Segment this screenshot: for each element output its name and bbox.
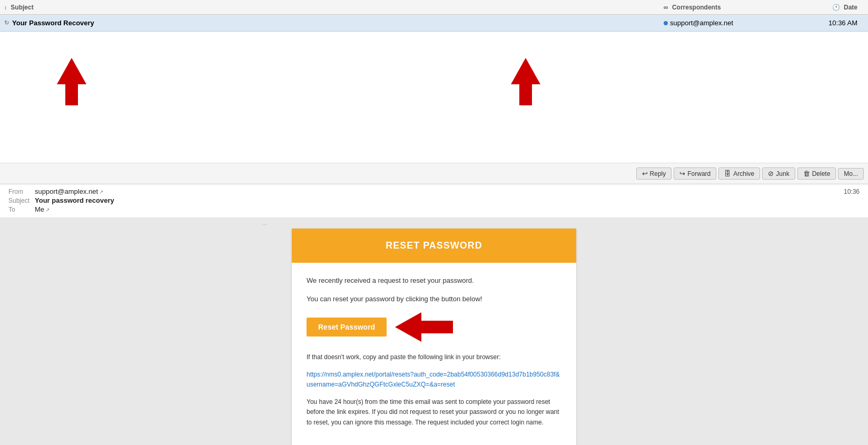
arrow-head-right	[511, 58, 540, 84]
reply-icon: ↩	[642, 170, 648, 177]
correspondents-column-header: ∞ Correspondents	[664, 4, 801, 11]
email-card: RESET PASSWORD We recently received a re…	[292, 229, 576, 445]
unread-dot	[664, 21, 668, 25]
junk-label: Junk	[776, 170, 789, 177]
annotation-area	[0, 32, 868, 163]
junk-button[interactable]: ⊘ Junk	[762, 167, 795, 180]
scroll-indicator: ···	[262, 221, 267, 228]
email-toolbar: ↩ Reply ↪ Forward 🗄 Archive ⊘ Junk 🗑 Del…	[0, 163, 868, 184]
left-arrow-annotation	[395, 312, 453, 342]
junk-icon: ⊘	[768, 170, 774, 177]
arrow-head-left	[57, 58, 86, 84]
annotation-arrow-right	[511, 58, 540, 105]
subject-meta-label: Subject	[8, 197, 35, 204]
reply-label: Reply	[650, 170, 666, 177]
annotation-arrow-left	[57, 58, 86, 105]
archive-label: Archive	[733, 170, 754, 177]
email-card-body: We recently received a request to reset …	[292, 263, 576, 445]
subject-column-header: ↕ Subject	[4, 4, 664, 11]
correspondents-header-label: Correspondents	[672, 4, 721, 11]
annotation-arrow-button	[395, 312, 453, 342]
forward-button[interactable]: ↪ Forward	[674, 167, 716, 180]
reset-btn-container: Reset Password	[307, 312, 561, 342]
from-label: From	[8, 188, 35, 195]
correspondents-icon: ∞	[664, 4, 668, 11]
email-row-time: 10:36 AM	[801, 19, 864, 27]
paragraph-1: We recently received a request to reset …	[307, 275, 561, 286]
reset-password-title: RESET PASSWORD	[386, 240, 482, 251]
from-row: From support@amplex.net ↗ 10:36	[8, 187, 860, 195]
arrow-body-right	[519, 84, 532, 105]
to-value: Me	[35, 205, 44, 213]
date-icon: 🕐	[832, 4, 840, 11]
arrow-head-button	[395, 312, 421, 342]
email-list-row[interactable]: ↻ Your Password Recovery support@amplex.…	[0, 15, 868, 32]
more-label: Mo...	[844, 170, 858, 177]
delete-icon: 🗑	[803, 170, 810, 177]
arrow-body-button	[421, 321, 453, 333]
email-correspondent-text: support@amplex.net	[670, 19, 733, 27]
subject-meta-value: Your password recovery	[35, 196, 114, 204]
more-button[interactable]: Mo...	[838, 168, 864, 180]
subject-row: Subject Your password recovery	[8, 196, 860, 204]
subject-header-label: Subject	[11, 4, 33, 11]
email-detail-time: 10:36	[844, 188, 860, 195]
delete-label: Delete	[812, 170, 831, 177]
email-row-subject: ↻ Your Password Recovery	[4, 19, 664, 27]
reset-password-button-label: Reset Password	[318, 323, 375, 331]
email-body-container: ··· RESET PASSWORD We recently received …	[0, 218, 868, 445]
email-list-header: ↕ Subject ∞ Correspondents 🕐 Date	[0, 0, 868, 15]
to-label: To	[8, 206, 35, 213]
archive-icon: 🗄	[724, 170, 731, 177]
delete-button[interactable]: 🗑 Delete	[797, 167, 836, 180]
date-header-label: Date	[844, 4, 857, 11]
date-column-header: 🕐 Date	[801, 4, 864, 11]
forward-label: Forward	[687, 170, 711, 177]
email-row-correspondent: support@amplex.net	[664, 19, 801, 27]
reply-button[interactable]: ↩ Reply	[636, 167, 672, 180]
sync-icon: ↻	[4, 19, 9, 26]
email-card-header: RESET PASSWORD	[292, 229, 576, 263]
reset-link-section: If that doesn't work, copy and paste the…	[307, 352, 561, 390]
archive-button[interactable]: 🗄 Archive	[718, 167, 760, 180]
reset-password-button[interactable]: Reset Password	[307, 318, 387, 337]
forward-icon: ↪	[679, 170, 685, 177]
link-note: If that doesn't work, copy and paste the…	[307, 352, 561, 362]
email-meta: From support@amplex.net ↗ 10:36 Subject …	[0, 184, 868, 218]
reset-link[interactable]: https://nms0.amplex.net/portal/resets?au…	[307, 371, 560, 388]
paragraph-2: You can reset your password by clicking …	[307, 294, 561, 305]
from-value: support@amplex.net	[35, 187, 98, 195]
sort-icon: ↕	[4, 5, 7, 11]
arrow-body-left	[65, 84, 78, 105]
to-link-icon[interactable]: ↗	[45, 207, 50, 213]
email-time-text: 10:36 AM	[828, 19, 857, 27]
expiry-note: You have 24 hour(s) from the time this e…	[307, 397, 561, 428]
from-link-icon[interactable]: ↗	[99, 189, 103, 195]
to-row: To Me ↗	[8, 205, 860, 213]
email-subject-text: Your Password Recovery	[12, 19, 94, 27]
